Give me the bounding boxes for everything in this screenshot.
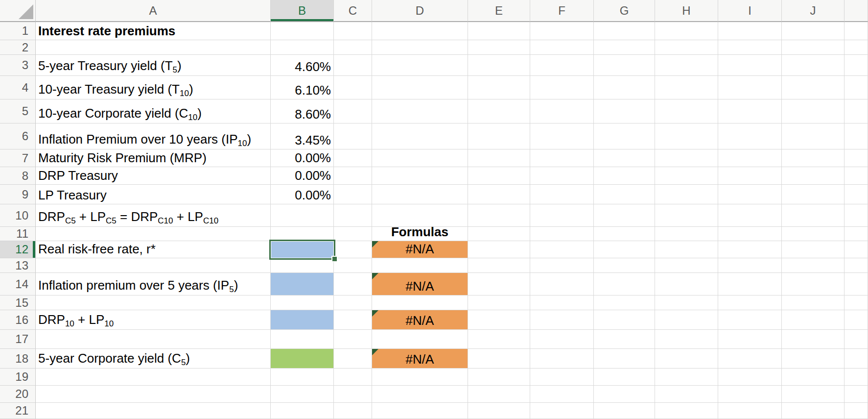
cell-F20[interactable] (530, 386, 594, 403)
cell-filler5[interactable] (845, 99, 868, 123)
cell-F7[interactable] (530, 149, 594, 167)
cell-F2[interactable] (530, 40, 594, 55)
cell-I7[interactable] (718, 149, 782, 167)
col-header-I[interactable]: I (718, 0, 782, 22)
cell-G14[interactable] (594, 273, 655, 296)
cell-I6[interactable] (718, 123, 782, 149)
cell-A11[interactable] (36, 227, 271, 241)
cell-A9[interactable]: LP Treasury (36, 185, 271, 204)
col-header-A[interactable]: A (36, 0, 271, 22)
cell-C20[interactable] (334, 386, 372, 403)
cell-I10[interactable] (718, 204, 782, 227)
row-header-21[interactable]: 21 (0, 403, 36, 419)
cell-A15[interactable] (36, 296, 271, 310)
cell-A21[interactable] (36, 403, 271, 419)
cell-I8[interactable] (718, 167, 782, 185)
row-header-3[interactable]: 3 (0, 55, 36, 76)
cell-D18[interactable]: #N/A (372, 349, 468, 369)
cell-G16[interactable] (594, 310, 655, 330)
row-header-9[interactable]: 9 (0, 185, 36, 204)
cell-filler9[interactable] (845, 185, 868, 204)
cell-H18[interactable] (655, 349, 718, 369)
cell-F6[interactable] (530, 123, 594, 149)
col-header-C[interactable]: C (334, 0, 372, 22)
cell-filler21[interactable] (845, 403, 868, 419)
cell-I11[interactable] (718, 227, 782, 241)
cell-B4[interactable]: 6.10% (271, 76, 334, 99)
cell-H16[interactable] (655, 310, 718, 330)
cell-G1[interactable] (594, 22, 655, 40)
cell-D14[interactable]: #N/A (372, 273, 468, 296)
cell-F5[interactable] (530, 99, 594, 123)
col-header-G[interactable]: G (594, 0, 655, 22)
cell-B18[interactable] (271, 349, 334, 369)
row-header-17[interactable]: 17 (0, 330, 36, 349)
col-header-D[interactable]: D (372, 0, 468, 22)
cell-F18[interactable] (530, 349, 594, 369)
cell-B9[interactable]: 0.00% (271, 185, 334, 204)
cell-A1[interactable]: Interest rate premiums (36, 22, 271, 40)
cell-F11[interactable] (530, 227, 594, 241)
cell-filler11[interactable] (845, 227, 868, 241)
cell-D10[interactable] (372, 204, 468, 227)
cell-C1[interactable] (334, 22, 372, 40)
cell-G19[interactable] (594, 369, 655, 386)
cell-G21[interactable] (594, 403, 655, 419)
cell-B1[interactable] (271, 22, 334, 40)
cell-E17[interactable] (468, 330, 530, 349)
cell-A16[interactable]: DRP10 + LP10 (36, 310, 271, 330)
cell-filler1[interactable] (845, 22, 868, 40)
row-header-8[interactable]: 8 (0, 167, 36, 185)
cell-B3[interactable]: 4.60% (271, 55, 334, 76)
cell-filler8[interactable] (845, 167, 868, 185)
cell-J1[interactable] (782, 22, 845, 40)
cell-G2[interactable] (594, 40, 655, 55)
cell-J7[interactable] (782, 149, 845, 167)
cell-D6[interactable] (372, 123, 468, 149)
select-all-corner[interactable] (0, 0, 36, 22)
cell-I14[interactable] (718, 273, 782, 296)
cell-B2[interactable] (271, 40, 334, 55)
cell-F21[interactable] (530, 403, 594, 419)
cell-filler6[interactable] (845, 123, 868, 149)
cell-E16[interactable] (468, 310, 530, 330)
cell-H13[interactable] (655, 258, 718, 273)
cell-B13[interactable] (271, 258, 334, 273)
cell-F10[interactable] (530, 204, 594, 227)
row-header-12[interactable]: 12 (0, 241, 36, 258)
cell-J19[interactable] (782, 369, 845, 386)
cell-D16[interactable]: #N/A (372, 310, 468, 330)
cell-J14[interactable] (782, 273, 845, 296)
col-header-B[interactable]: B (271, 0, 334, 22)
cell-C12[interactable] (334, 241, 372, 258)
cell-I12[interactable] (718, 241, 782, 258)
cell-J3[interactable] (782, 55, 845, 76)
cell-H1[interactable] (655, 22, 718, 40)
cell-J12[interactable] (782, 241, 845, 258)
cell-C19[interactable] (334, 369, 372, 386)
cell-D3[interactable] (372, 55, 468, 76)
cell-I4[interactable] (718, 76, 782, 99)
cell-B15[interactable] (271, 296, 334, 310)
cell-E19[interactable] (468, 369, 530, 386)
cell-E3[interactable] (468, 55, 530, 76)
cell-E4[interactable] (468, 76, 530, 99)
cell-I18[interactable] (718, 349, 782, 369)
cell-J5[interactable] (782, 99, 845, 123)
cell-G4[interactable] (594, 76, 655, 99)
cell-B17[interactable] (271, 330, 334, 349)
cell-E15[interactable] (468, 296, 530, 310)
cell-E7[interactable] (468, 149, 530, 167)
cell-C4[interactable] (334, 76, 372, 99)
col-header-F[interactable]: F (530, 0, 594, 22)
cell-E8[interactable] (468, 167, 530, 185)
cell-D15[interactable] (372, 296, 468, 310)
cell-H11[interactable] (655, 227, 718, 241)
cell-A2[interactable] (36, 40, 271, 55)
cell-J16[interactable] (782, 310, 845, 330)
cell-F8[interactable] (530, 167, 594, 185)
cell-B5[interactable]: 8.60% (271, 99, 334, 123)
cell-D11[interactable]: Formulas (372, 227, 468, 241)
cell-H10[interactable] (655, 204, 718, 227)
row-header-16[interactable]: 16 (0, 310, 36, 330)
